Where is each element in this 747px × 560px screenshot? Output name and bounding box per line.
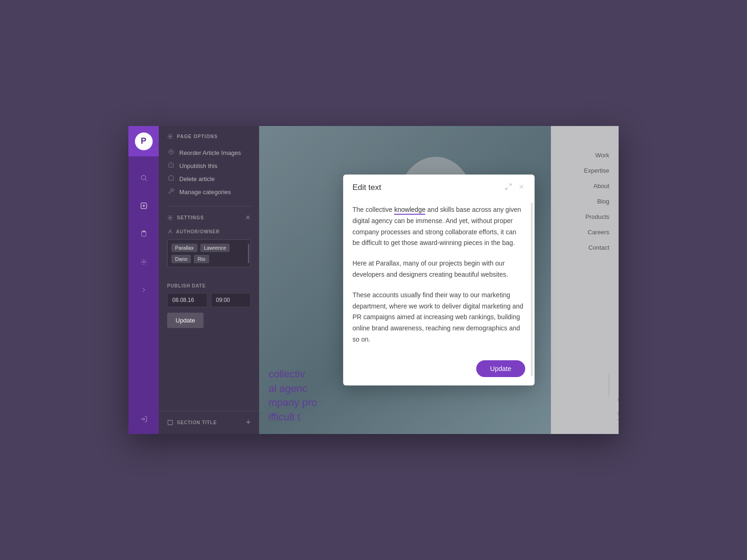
panel-item-delete[interactable]: Delete article bbox=[167, 172, 251, 185]
modal-update-button[interactable]: Update bbox=[476, 360, 525, 377]
panel: PAGE OPTIONS Reorder Article Images Unpu… bbox=[159, 126, 259, 434]
logo-area: P bbox=[128, 126, 159, 156]
publish-label: PUBLISH DATE bbox=[167, 283, 251, 288]
clipboard-icon-btn[interactable] bbox=[136, 226, 151, 241]
modal-body: The collective knowledge and skills base… bbox=[343, 199, 535, 355]
edit-text-modal: Edit text The collective knowledge and s… bbox=[343, 175, 535, 385]
modal-paragraph-1: The collective knowledge and skills base… bbox=[352, 204, 525, 249]
svg-rect-16 bbox=[168, 420, 173, 425]
unpublish-icon bbox=[167, 162, 175, 169]
settings-close-btn[interactable]: ✕ bbox=[245, 214, 251, 221]
svg-point-15 bbox=[169, 230, 171, 231]
page-options-header: PAGE OPTIONS bbox=[167, 133, 251, 140]
section-add-btn[interactable]: + bbox=[246, 418, 251, 427]
tag-parallax: Parallax bbox=[171, 244, 197, 252]
settings-title: SETTINGS bbox=[177, 215, 204, 220]
modal-expand-btn[interactable] bbox=[505, 183, 512, 192]
panel-item-unpublish[interactable]: Unpublish this bbox=[167, 159, 251, 172]
search-icon-btn[interactable] bbox=[136, 170, 151, 185]
modal-overlay: Edit text The collective knowledge and s… bbox=[259, 126, 619, 434]
panel-item-reorder[interactable]: Reorder Article Images bbox=[167, 146, 251, 159]
delete-icon bbox=[167, 175, 175, 182]
highlighted-word: knowledge bbox=[394, 206, 425, 215]
modal-close-btn[interactable] bbox=[518, 183, 525, 192]
modal-header: Edit text bbox=[343, 175, 535, 199]
svg-point-9 bbox=[143, 261, 145, 263]
svg-point-0 bbox=[141, 175, 145, 180]
tag-dario: Dario bbox=[171, 255, 191, 263]
page-options-title: PAGE OPTIONS bbox=[177, 134, 218, 139]
modal-paragraph-3: These accounts usually find their way to… bbox=[352, 290, 525, 345]
icon-strip: P bbox=[128, 126, 159, 434]
tag-lawrence: Lawrence bbox=[200, 244, 230, 252]
modal-scrollbar bbox=[531, 203, 533, 355]
logout-icon-btn[interactable] bbox=[136, 412, 151, 427]
panel-item-categories[interactable]: Manage categories bbox=[167, 185, 251, 198]
settings-header: SETTINGS ✕ bbox=[167, 214, 251, 221]
publish-fields: 08.08.16 09:00 bbox=[167, 293, 251, 307]
svg-line-1 bbox=[145, 179, 147, 181]
svg-point-11 bbox=[169, 136, 171, 137]
icon-nav bbox=[136, 170, 151, 412]
author-label-text: AUTHOR/OWNER bbox=[176, 229, 219, 234]
add-icon-btn[interactable] bbox=[136, 198, 151, 213]
publish-date-field[interactable]: 08.08.16 bbox=[167, 293, 207, 307]
section-title-bar: SECTION TITLE + bbox=[159, 411, 259, 434]
tags-area[interactable]: Parallax Lawrence Dario Rio bbox=[167, 239, 251, 267]
categories-icon bbox=[167, 188, 175, 196]
settings-icon-btn[interactable] bbox=[136, 254, 151, 269]
logo-circle: P bbox=[135, 133, 153, 150]
app-container: P bbox=[128, 126, 619, 434]
publish-section: PUBLISH DATE 08.08.16 09:00 Update bbox=[159, 277, 259, 335]
modal-paragraph-2: Here at Parallax, many of our projects b… bbox=[352, 258, 525, 280]
modal-title: Edit text bbox=[352, 183, 381, 192]
modal-header-icons bbox=[505, 183, 525, 192]
author-label: AUTHOR/OWNER bbox=[167, 229, 251, 235]
modal-footer: Update bbox=[343, 355, 535, 385]
icon-strip-bottom bbox=[136, 412, 151, 434]
publish-time-field[interactable]: 09:00 bbox=[211, 293, 251, 307]
tag-rio: Rio bbox=[194, 255, 209, 263]
tags-scrollbar bbox=[248, 244, 249, 263]
main-content: collectiv al agenc mpany pro ifficult t … bbox=[259, 126, 619, 434]
page-options-section: PAGE OPTIONS Reorder Article Images Unpu… bbox=[159, 126, 259, 206]
svg-point-14 bbox=[169, 217, 171, 218]
reorder-icon bbox=[167, 149, 175, 156]
settings-section: SETTINGS ✕ AUTHOR/OWNER Parallax Lawrenc… bbox=[159, 206, 259, 277]
panel-update-button[interactable]: Update bbox=[167, 313, 204, 328]
section-title-text: SECTION TITLE bbox=[177, 420, 217, 425]
send-icon-btn[interactable] bbox=[136, 282, 151, 297]
